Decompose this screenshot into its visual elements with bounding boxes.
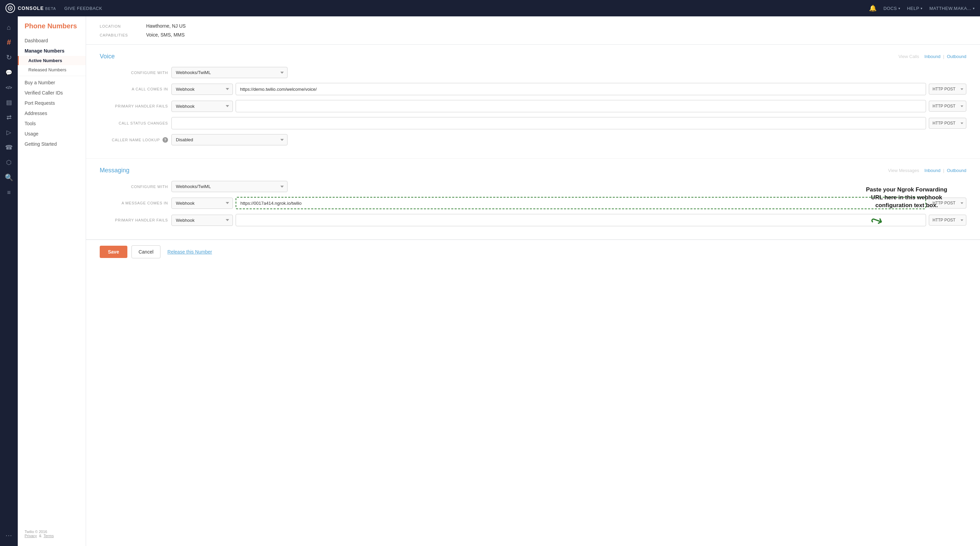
terms-link[interactable]: Terms [43, 534, 54, 538]
sidebar-icon-shuffle[interactable]: ⇄ [2, 111, 16, 124]
sidebar-item-tools[interactable]: Tools [18, 118, 86, 129]
sidebar-item-buy-number[interactable]: Buy a Number [18, 78, 86, 88]
msg-configure-label: CONFIGURE WITH [100, 185, 168, 189]
user-menu[interactable]: matthew.maka... ▾ [929, 6, 975, 11]
msg-configure-select[interactable]: Webhooks/TwiML TwiML App [172, 181, 288, 192]
help-menu[interactable]: HELP ▾ [907, 6, 922, 11]
msg-primary-url-input[interactable] [235, 214, 926, 226]
call-status-http-select[interactable]: HTTP POST HTTP GET [929, 118, 966, 129]
brand-name: CONSOLEBETA [18, 5, 56, 11]
location-row: LOCATION Hawthorne, NJ US [100, 23, 966, 29]
msg-comes-in-controls: Webhook TwiML HTTP POST HTTP GET [172, 197, 966, 209]
view-calls-label: View Calls [898, 54, 919, 59]
messaging-section-header: Messaging View Messages Inbound | Outbou… [100, 167, 966, 174]
sidebar-icon-code[interactable]: </> [2, 81, 16, 94]
call-comes-in-http-select[interactable]: HTTP POST HTTP GET [929, 84, 966, 95]
sidebar-item-released-numbers[interactable]: Released Numbers [18, 65, 86, 75]
sidebar-icon-list[interactable]: ≡ [2, 186, 16, 199]
phone-number-info: LOCATION Hawthorne, NJ US CAPABILITIES V… [86, 16, 980, 45]
location-label: LOCATION [100, 24, 141, 28]
sidebar-item-usage[interactable]: Usage [18, 129, 86, 139]
nav-right: 🔔 DOCS ▾ HELP ▾ matthew.maka... ▾ [869, 5, 975, 12]
primary-handler-http-select[interactable]: HTTP POST HTTP GET [929, 101, 966, 111]
caller-name-help-icon[interactable]: ? [162, 137, 168, 143]
call-comes-in-label: A CALL COMES IN [100, 87, 168, 91]
voice-call-status-row: CALL STATUS CHANGES HTTP POST HTTP GET [100, 117, 966, 129]
copyright: Twilio © 2016 [25, 530, 79, 534]
msg-comes-in-http-select[interactable]: HTTP POST HTTP GET [929, 198, 966, 208]
docs-menu[interactable]: DOCS ▾ [883, 6, 900, 11]
msg-comes-in-type-select[interactable]: Webhook TwiML [172, 198, 233, 209]
voice-configure-select[interactable]: Webhooks/TwiML TwiML App Proxy Service [172, 67, 288, 78]
sidebar-icon-dots[interactable]: ··· [2, 528, 16, 542]
call-comes-in-type-select[interactable]: Webhook TwiML [172, 84, 233, 95]
sidebar-item-verified-caller[interactable]: Verified Caller IDs [18, 88, 86, 98]
primary-handler-label: PRIMARY HANDLER FAILS [100, 104, 168, 108]
logo-circle [5, 3, 15, 13]
location-value: Hawthorne, NJ US [146, 23, 186, 29]
voice-section-title: Voice [100, 53, 115, 60]
sidebar-item-active-numbers[interactable]: Active Numbers [18, 56, 86, 65]
logo[interactable]: CONSOLEBETA [5, 3, 56, 13]
caller-name-label: CALLER NAME LOOKUP ? [100, 137, 168, 143]
caller-name-select[interactable]: Disabled Enabled [172, 134, 288, 145]
view-messages-label: View Messages [888, 168, 919, 173]
call-status-label: CALL STATUS CHANGES [100, 121, 168, 125]
sidebar-icon-video[interactable]: ▷ [2, 125, 16, 139]
primary-handler-url-input[interactable] [235, 100, 926, 112]
sidebar-item-dashboard[interactable]: Dashboard [18, 35, 86, 46]
call-status-controls: HTTP POST HTTP GET [172, 117, 966, 129]
release-number-button[interactable]: Release this Number [167, 249, 212, 255]
msg-configure-with-row: CONFIGURE WITH Webhooks/TwiML TwiML App [100, 181, 966, 192]
call-comes-in-url-input[interactable] [235, 83, 926, 95]
voice-inbound-link[interactable]: Inbound [924, 54, 940, 59]
sidebar-item-getting-started[interactable]: Getting Started [18, 139, 86, 149]
voice-configure-label: CONFIGURE WITH [100, 71, 168, 75]
msg-comes-in-row: A MESSAGE COMES IN Webhook TwiML HTTP PO… [100, 197, 966, 209]
sidebar-icon-chat[interactable]: 💬 [2, 65, 16, 79]
top-nav: CONSOLEBETA GIVE FEEDBACK 🔔 DOCS ▾ HELP … [0, 0, 980, 16]
capabilities-row: CAPABILITIES Voice, SMS, MMS [100, 32, 966, 38]
notifications-icon[interactable]: 🔔 [869, 5, 877, 12]
messaging-inbound-link[interactable]: Inbound [924, 168, 940, 173]
msg-comes-in-url-input[interactable] [235, 197, 926, 209]
user-chevron: ▾ [973, 6, 975, 10]
capabilities-value: Voice, SMS, MMS [146, 32, 185, 38]
bottom-bar: Save Cancel Release this Number [86, 240, 980, 264]
voice-outbound-link[interactable]: Outbound [947, 54, 966, 59]
sidebar-icon-search[interactable]: 🔍 [2, 171, 16, 184]
voice-configure-with-row: CONFIGURE WITH Webhooks/TwiML TwiML App … [100, 67, 966, 78]
cancel-button[interactable]: Cancel [132, 245, 161, 258]
call-status-url-input[interactable] [172, 117, 926, 129]
sidebar-icon-home[interactable]: ⌂ [2, 21, 16, 34]
sidebar-item-addresses[interactable]: Addresses [18, 108, 86, 118]
sidebar-icon-phone-numbers[interactable]: # [2, 35, 16, 49]
sidebar-icon-comment[interactable]: ▤ [2, 95, 16, 109]
capabilities-label: CAPABILITIES [100, 33, 141, 37]
voice-section-header: Voice View Calls Inbound | Outbound [100, 53, 966, 60]
messaging-view-messages: View Messages Inbound | Outbound [887, 168, 966, 173]
left-nav-footer: Twilio © 2016 Privacy & Terms [18, 524, 86, 541]
caller-name-controls: Disabled Enabled [172, 134, 966, 145]
sidebar-item-port-requests[interactable]: Port Requests [18, 98, 86, 108]
call-comes-in-controls: Webhook TwiML HTTP POST HTTP GET [172, 83, 966, 95]
sidebar-icon-box[interactable]: ⬡ [2, 156, 16, 169]
msg-comes-in-label: A MESSAGE COMES IN [100, 201, 168, 205]
messaging-section: Messaging View Messages Inbound | Outbou… [86, 159, 980, 240]
messaging-outbound-link[interactable]: Outbound [947, 168, 966, 173]
left-nav-title: Phone Numbers [18, 22, 86, 35]
voice-caller-name-row: CALLER NAME LOOKUP ? Disabled Enabled [100, 134, 966, 145]
sidebar-icon-loop[interactable]: ↻ [2, 51, 16, 64]
content-area: LOCATION Hawthorne, NJ US CAPABILITIES V… [86, 16, 980, 546]
msg-primary-type-select[interactable]: Webhook TwiML [172, 215, 233, 226]
sidebar-icon-phone[interactable]: ☎ [2, 141, 16, 154]
msg-primary-handler-row: PRIMARY HANDLER FAILS Webhook TwiML HTTP… [100, 214, 966, 226]
sidebar-item-manage-numbers[interactable]: Manage Numbers [18, 46, 86, 56]
voice-configure-controls: Webhooks/TwiML TwiML App Proxy Service [172, 67, 966, 78]
msg-primary-http-select[interactable]: HTTP POST HTTP GET [929, 215, 966, 225]
give-feedback-link[interactable]: GIVE FEEDBACK [64, 6, 102, 11]
voice-view-calls: View Calls Inbound | Outbound [897, 54, 966, 59]
privacy-link[interactable]: Privacy [25, 534, 37, 538]
primary-handler-type-select[interactable]: Webhook TwiML [172, 101, 233, 112]
save-button[interactable]: Save [100, 246, 127, 258]
